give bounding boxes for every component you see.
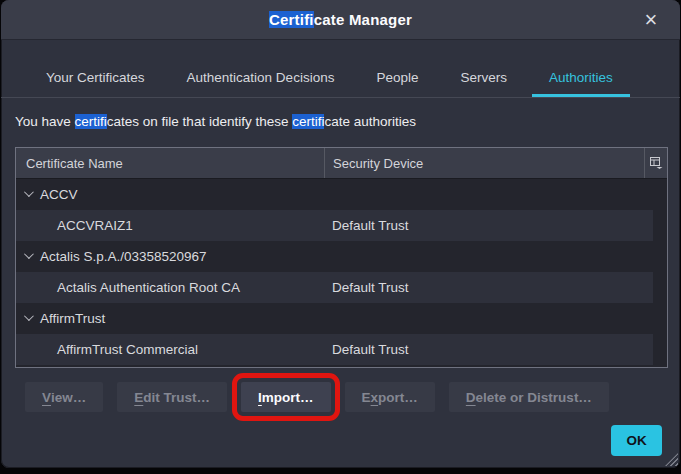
tab-label: Your Certificates xyxy=(46,70,145,85)
table-header: Certificate Name Security Device xyxy=(16,148,667,179)
tab-label: Authorities xyxy=(549,70,613,85)
delete-or-distrust-button[interactable]: Delete or Distrust… xyxy=(449,382,609,412)
table-columns-picker-icon xyxy=(650,157,663,169)
description-text: You have certificates on file that ident… xyxy=(15,114,666,129)
text-segment: You have xyxy=(15,114,75,129)
security-device-cell: Default Trust xyxy=(325,218,409,233)
column-header-certificate-name[interactable]: Certificate Name xyxy=(16,148,325,178)
titlebar: Certificate Manager × xyxy=(1,0,680,40)
chevron-down-icon xyxy=(24,187,34,197)
column-picker-button[interactable] xyxy=(644,148,667,178)
table-row-certificate[interactable]: AffirmTrust Commercial Default Trust xyxy=(16,334,667,365)
button-label: iew… xyxy=(51,390,86,405)
button-label: dit Trust… xyxy=(143,390,210,405)
certificate-table: Certificate Name Security Device ACCV AC… xyxy=(15,147,668,368)
tab-authorities[interactable]: Authorities xyxy=(532,60,630,97)
button-accesskey: x xyxy=(371,390,379,405)
action-button-row: View…Edit Trust…Import…Export…Delete or … xyxy=(25,382,609,412)
table-body: ACCV ACCVRAIZ1 Default Trust Actalis S.p… xyxy=(16,179,667,367)
button-accesskey: E xyxy=(134,390,143,405)
table-row-certificate[interactable]: Actalis Authentication Root CA Default T… xyxy=(16,272,667,303)
tab-people[interactable]: People xyxy=(359,60,435,97)
tab-label: People xyxy=(376,70,418,85)
button-label: elete or Distrust… xyxy=(476,390,592,405)
button-accesskey: D xyxy=(466,390,476,405)
certificate-manager-dialog: Certificate Manager × Your CertificatesA… xyxy=(1,0,680,468)
table-row-group[interactable]: Actalis S.p.A./03358520967 xyxy=(16,241,667,272)
security-device-cell: Default Trust xyxy=(325,342,409,357)
group-name: Actalis S.p.A./03358520967 xyxy=(40,249,207,264)
text-segment: cate authorities xyxy=(324,114,416,129)
tab-label: Authentication Decisions xyxy=(187,70,335,85)
tab-label: Servers xyxy=(460,70,507,85)
table-row-group[interactable]: AffirmTrust xyxy=(16,303,667,334)
edit-trust-button[interactable]: Edit Trust… xyxy=(117,382,227,412)
ok-button[interactable]: OK xyxy=(611,425,662,456)
find-highlight-segment: Certifi xyxy=(269,11,314,28)
chevron-down-icon xyxy=(24,311,34,321)
column-header-security-device[interactable]: Security Device xyxy=(325,148,644,178)
export-button[interactable]: Export… xyxy=(345,382,435,412)
certificate-name-cell: AffirmTrust Commercial xyxy=(16,342,325,357)
chevron-down-icon xyxy=(24,249,34,259)
tab-strip: Your CertificatesAuthentication Decision… xyxy=(1,40,680,98)
resize-grip-icon[interactable] xyxy=(665,453,678,466)
text-segment: cate Manager xyxy=(314,11,412,28)
group-name: ACCV xyxy=(40,187,78,202)
security-device-cell: Default Trust xyxy=(325,280,409,295)
button-accesskey: V xyxy=(42,390,51,405)
tab-your-certificates[interactable]: Your Certificates xyxy=(29,60,162,97)
table-row-group[interactable]: ACCV xyxy=(16,179,667,210)
button-label: E xyxy=(362,390,371,405)
window-title: Certificate Manager xyxy=(269,11,412,28)
import-button[interactable]: Import… xyxy=(241,382,331,412)
certificate-name-cell: Actalis Authentication Root CA xyxy=(16,280,325,295)
table-row-certificate[interactable]: ACCVRAIZ1 Default Trust xyxy=(16,210,667,241)
button-label: mport… xyxy=(262,390,314,405)
text-segment: cates on file that identify these xyxy=(107,114,292,129)
find-highlight-segment: certifi xyxy=(292,114,324,129)
scrollbar-track xyxy=(653,179,667,367)
find-highlight-segment: certifi xyxy=(75,114,107,129)
group-name: AffirmTrust xyxy=(40,311,105,326)
view-button[interactable]: View… xyxy=(25,382,103,412)
close-icon[interactable]: × xyxy=(634,0,668,40)
certificate-name-cell: ACCVRAIZ1 xyxy=(16,218,325,233)
button-label: port… xyxy=(378,390,418,405)
tab-authentication-decisions[interactable]: Authentication Decisions xyxy=(170,60,352,97)
tab-servers[interactable]: Servers xyxy=(443,60,524,97)
